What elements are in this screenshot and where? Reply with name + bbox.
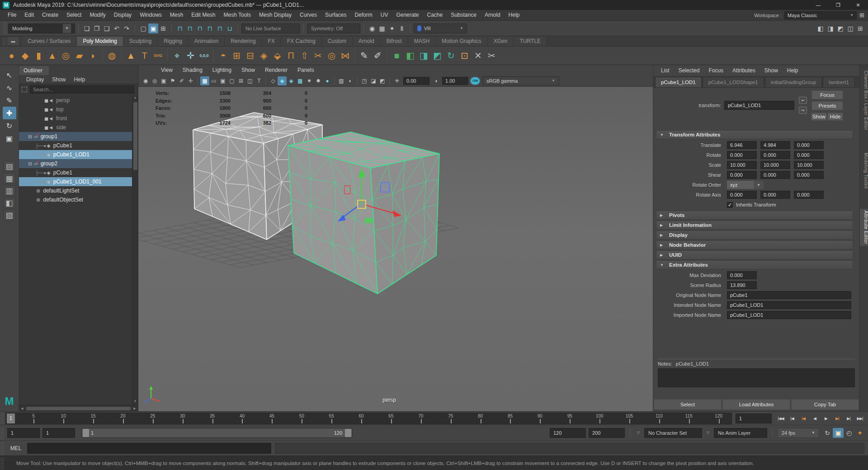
step-back-key-button[interactable]: |◀	[798, 414, 809, 423]
range-start-handle[interactable]	[83, 429, 89, 437]
attribute-field-shear-0[interactable]: 0.000	[727, 171, 757, 179]
section-header-limit-information[interactable]: ▶Limit Information	[656, 221, 853, 230]
vr-dropdown[interactable]: VR ▼	[414, 24, 467, 33]
shaded-icon[interactable]: ◆	[278, 76, 287, 85]
show-button[interactable]: Show	[811, 113, 827, 121]
outliner-item-defaultlightset[interactable]: ⊛defaultLightSet	[19, 186, 138, 195]
shelf-tab-custom[interactable]: Custom	[322, 37, 353, 46]
exposure-icon[interactable]: ✳	[392, 76, 401, 85]
section-header-node-behavior[interactable]: ▶Node Behavior	[656, 240, 853, 249]
inherits-transform-checkbox[interactable]: ✓	[727, 202, 733, 208]
ambient-occlusion-icon[interactable]: ●	[323, 76, 332, 85]
outliner-vertical-scrollbar[interactable]: ▲ ▼	[132, 96, 138, 405]
layout-four-pane[interactable]: ▦	[4, 173, 15, 184]
shelf-tab-fx-caching[interactable]: FX Caching	[281, 37, 322, 46]
outliner-item-group1[interactable]: ⊟▱➚group1	[19, 132, 138, 141]
workspace-options-icon[interactable]: ⊞	[859, 12, 864, 19]
menu-cache[interactable]: Cache	[423, 10, 447, 20]
menu-display[interactable]: Display	[110, 10, 136, 20]
attribute-field-translate-0[interactable]: 6.946	[727, 141, 757, 149]
render-view-icon[interactable]: ◉	[367, 24, 377, 33]
menu-windows[interactable]: Windows	[136, 10, 166, 20]
ae-menu-attributes[interactable]: Attributes	[728, 67, 760, 74]
poly-cube-icon[interactable]: ◆	[19, 49, 31, 62]
field-chart-icon[interactable]: ⊞	[236, 76, 245, 85]
shelf-tab-rigging[interactable]: Rigging	[158, 37, 189, 46]
outliner-item-pcube1-lod1[interactable]: └──●◈pCube1_LOD1	[19, 150, 138, 159]
shelf-tab-motion-graphics[interactable]: Motion Graphics	[436, 37, 487, 46]
attribute-field-shear-2[interactable]: 0.000	[794, 171, 824, 179]
symmetry-field[interactable]: Symmetry: Off	[307, 24, 360, 33]
gate-mask-icon[interactable]: ▢	[227, 76, 236, 85]
attribute-field-shear-1[interactable]: 0.000	[760, 171, 790, 179]
load-attributes-button[interactable]: Load Attributes	[722, 399, 790, 410]
snap-grid-icon[interactable]: ⊓	[175, 24, 185, 33]
attribute-field-rotate-1[interactable]: 0.000	[760, 151, 790, 159]
close-button[interactable]: ✕	[848, 0, 868, 10]
outliner-item-pcube1[interactable]: ├──●◈pCube1	[19, 168, 138, 177]
isolate-select-icon[interactable]: ▧	[337, 76, 346, 85]
attribute-field-translate-2[interactable]: 0.000	[794, 141, 824, 149]
pause-viewport-icon[interactable]: Ⅱ	[397, 24, 407, 33]
separate-icon[interactable]: ⊟	[244, 49, 256, 62]
maximize-button[interactable]: ❐	[828, 0, 848, 10]
presets-button[interactable]: Presets	[811, 101, 843, 110]
outliner-menu-show[interactable]: Show	[48, 75, 69, 84]
multi-cut-icon[interactable]: ✂	[312, 49, 324, 62]
collapse-icon[interactable]: ⊟	[28, 161, 32, 167]
shelf-tab-arnold[interactable]: Arnold	[353, 37, 381, 46]
outliner-item-pcube1-lod1-001[interactable]: └──●◈pCube1_LOD1_001	[19, 177, 138, 186]
move-tool[interactable]: ✚	[3, 107, 16, 119]
viewport-menu-lighting[interactable]: Lighting	[208, 67, 236, 73]
sidebar-tab-channel-box-layer-editor[interactable]: Channel Box / Layer Editor	[860, 69, 868, 132]
sidebar-tab-attribute-editor[interactable]: Attribute Editor	[860, 209, 868, 246]
viewport-menu-renderer[interactable]: Renderer	[260, 67, 292, 73]
play-backwards-button[interactable]: ◀	[809, 414, 820, 423]
viewport-canvas[interactable]: Verts:15083040Edges:33009000Faces:180060…	[138, 87, 653, 411]
step-forward-key-button[interactable]: ▶|	[832, 414, 843, 423]
select-object-icon[interactable]: ▣	[148, 24, 158, 33]
attribute-field-rotate-axis-1[interactable]: 0.000	[760, 191, 790, 199]
timeslider-grip[interactable]	[0, 413, 4, 424]
attribute-field-scale-2[interactable]: 10.000	[794, 161, 824, 169]
menu-curves[interactable]: Curves	[296, 10, 321, 20]
menu-mesh[interactable]: Mesh	[166, 10, 187, 20]
menu-edit[interactable]: Edit	[20, 10, 38, 20]
focus-button[interactable]: Focus	[811, 90, 843, 99]
snap-projected-center-icon[interactable]: ⊓	[205, 24, 215, 33]
open-scene-icon[interactable]: ❐	[92, 24, 102, 33]
scroll-up-icon[interactable]: ▲	[134, 96, 137, 101]
snap-view-plane-icon[interactable]: ⊓	[215, 24, 225, 33]
ae-menu-show[interactable]: Show	[760, 67, 782, 74]
snapshot-icon[interactable]: ◳	[360, 76, 369, 85]
step-back-frame-button[interactable]: |◀	[787, 414, 797, 423]
multisample-icon[interactable]: ◪	[369, 76, 378, 85]
attribute-field-intended-node-name[interactable]: pCube1_LOD1	[727, 301, 851, 309]
outliner-item-front[interactable]: ◼◄front	[19, 114, 138, 123]
bevel-icon[interactable]: ⬙	[271, 49, 283, 62]
shelf-tab-bifrost[interactable]: Bifrost	[381, 37, 408, 46]
section-header-display[interactable]: ▶Display	[656, 230, 853, 240]
save-scene-icon[interactable]: ❑	[102, 24, 112, 33]
contrast-field[interactable]: 1.00	[442, 77, 468, 85]
layout-two-pane-side[interactable]: ▥	[4, 185, 15, 196]
boolean-union-icon[interactable]: ◓	[217, 49, 229, 62]
svg-tool-icon[interactable]: SVG	[152, 49, 164, 62]
shadows-icon[interactable]: ✹	[314, 76, 323, 85]
modeling-toolkit-toggle-icon[interactable]: ⊞	[855, 24, 865, 33]
select-camera-icon[interactable]: ◉	[141, 76, 150, 85]
attribute-editor-scroll-area[interactable]: ▼Transform AttributesTranslate6.9464.984…	[653, 127, 859, 359]
chevron-down-icon[interactable]: ▼	[754, 181, 764, 189]
select-button[interactable]: Select	[654, 399, 722, 410]
snap-curve-icon[interactable]: ⊓	[185, 24, 195, 33]
shelf-tab-fx[interactable]: FX	[262, 37, 281, 46]
extrude-icon[interactable]: ⇧	[298, 49, 311, 62]
paint-select-tool[interactable]: ✎	[3, 94, 16, 107]
pan-zoom-icon[interactable]: ✛	[186, 76, 195, 85]
menu-edit-mesh[interactable]: Edit Mesh	[187, 10, 219, 20]
all-lights-icon[interactable]: ✷	[305, 76, 314, 85]
attribute-field-scale-1[interactable]: 10.000	[760, 161, 790, 169]
undo-icon[interactable]: ↶	[112, 24, 122, 33]
collapse-icon[interactable]: ⊟	[28, 134, 32, 140]
pin-tab-icon[interactable]: ↩	[799, 97, 807, 104]
